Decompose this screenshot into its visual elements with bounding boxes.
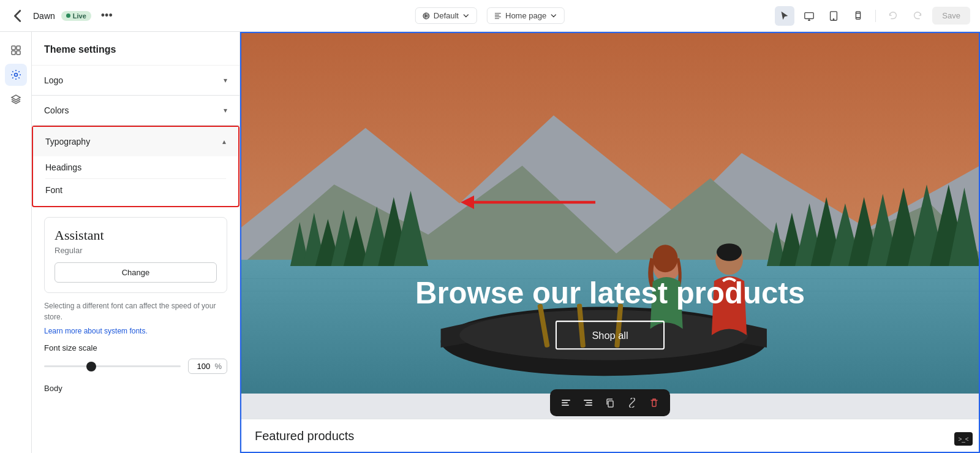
font-card: Assistant Regular Change [44,217,227,293]
preview-area: Browse our latest products Shop all Feat… [240,32,980,453]
float-align-right-button[interactable] [579,394,597,411]
colors-label: Colors [44,105,69,115]
more-menu-button[interactable]: ••• [97,7,116,25]
font-size-section: Font size scale 100 % [44,343,227,374]
main-layout: Theme settings Logo ▾ Colors ▾ Typograph… [0,32,980,453]
float-link-button[interactable] [624,394,641,411]
svg-rect-7 [12,51,15,55]
font-item[interactable]: Font [45,178,226,201]
typography-section: Typography ▴ Headings Font [32,126,239,207]
font-size-row: 100 % [44,359,227,374]
svg-point-42 [653,245,678,272]
colors-chevron: ▾ [224,106,227,115]
preview-frame: Browse our latest products Shop all Feat… [240,32,980,453]
sidebar-header: Theme settings [32,32,239,66]
font-style: Regular [55,246,217,255]
svg-point-3 [834,18,834,19]
svg-rect-4 [856,11,861,19]
save-button[interactable]: Save [932,7,970,25]
font-name: Assistant [55,227,217,243]
svg-rect-52 [584,400,592,401]
svg-point-44 [717,243,742,261]
divider [875,10,876,22]
svg-rect-6 [17,46,20,50]
default-label: Default [434,11,459,20]
topbar-center: Default Home page [415,7,565,24]
expand-button[interactable]: >_< [954,432,973,446]
logo-label: Logo [44,75,63,85]
tablet-view-button[interactable] [824,6,843,26]
change-font-button[interactable]: Change [55,262,217,283]
page-dropdown[interactable]: Home page [487,7,565,24]
font-link[interactable]: Learn more about system fonts. [44,327,148,335]
topbar: Dawn Live ••• Default Home page [0,0,980,32]
svg-rect-49 [562,400,570,401]
headings-item[interactable]: Headings [45,156,226,178]
font-size-input-wrap: 100 % [188,359,227,374]
icon-rail [0,32,32,453]
logo-section: Logo ▾ [32,66,239,96]
colors-section: Colors ▾ [32,96,239,126]
hero-heading: Browse our latest products [415,276,805,310]
font-label: Font [45,185,62,195]
store-name: Dawn [33,11,55,21]
font-note: Selecting a different font can affect th… [44,300,227,322]
theme-dropdown[interactable]: Default [415,7,477,24]
hero-scene: Browse our latest products Shop all [240,32,980,394]
typography-section-header[interactable]: Typography ▴ [33,127,238,156]
settings-icon[interactable] [5,64,27,86]
topbar-left: Dawn Live ••• [10,7,116,25]
mobile-view-button[interactable] [848,6,868,26]
svg-rect-5 [12,46,15,50]
svg-rect-50 [562,402,568,403]
svg-rect-51 [562,405,569,406]
font-card-container: Assistant Regular Change Selecting a dif… [32,207,239,376]
logo-section-header[interactable]: Logo ▾ [32,66,239,95]
typography-label: Typography [45,137,90,147]
headings-label: Headings [45,162,81,172]
typography-chevron: ▴ [222,137,226,146]
colors-section-header[interactable]: Colors ▾ [32,96,239,125]
live-dot [66,13,70,18]
page-label: Home page [505,11,546,20]
redo-button[interactable] [908,6,927,26]
float-align-left-button[interactable] [557,394,575,411]
font-size-input[interactable]: 100 [194,362,213,371]
sections-icon[interactable] [5,39,27,61]
svg-text:Shop all: Shop all [592,330,628,341]
logo-chevron: ▾ [224,76,227,85]
font-size-unit: % [214,362,222,371]
live-label: Live [73,12,86,20]
live-badge: Live [61,11,91,21]
font-size-label: Font size scale [44,343,227,352]
sidebar-panel: Theme settings Logo ▾ Colors ▾ Typograph… [32,32,240,453]
undo-button[interactable] [883,6,903,26]
preview-bottom: Featured products [240,419,980,453]
float-delete-button[interactable] [646,394,663,411]
floating-toolbar [550,389,670,416]
font-size-slider[interactable] [44,365,181,367]
svg-rect-1 [805,12,813,18]
float-copy-button[interactable] [601,394,619,411]
desktop-view-button[interactable] [799,6,819,26]
body-label: Body [32,376,239,395]
typography-body: Headings Font [33,156,238,206]
layers-icon[interactable] [5,88,27,110]
back-button[interactable] [10,7,27,25]
svg-point-9 [14,74,17,77]
svg-rect-54 [585,405,592,406]
svg-rect-53 [586,402,592,403]
topbar-right: Save [775,6,970,26]
select-tool-button[interactable] [775,6,794,26]
svg-rect-55 [608,401,613,407]
svg-rect-8 [17,51,20,55]
featured-products-title: Featured products [255,429,354,443]
